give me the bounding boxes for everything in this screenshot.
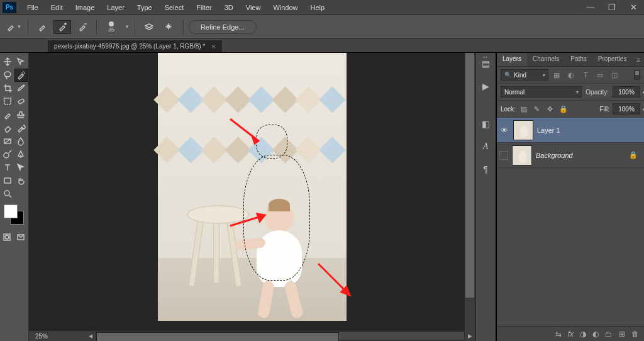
horizontal-scrollbar[interactable]	[96, 332, 465, 340]
tool-preset-picker[interactable]: ▼	[5, 20, 23, 34]
scroll-right-icon[interactable]: ▶	[465, 333, 475, 339]
marquee-tool[interactable]	[1, 95, 14, 108]
menu-select[interactable]: Select	[159, 2, 190, 13]
menu-3d[interactable]: 3D	[219, 2, 239, 13]
quick-mask-toggle[interactable]	[1, 231, 13, 244]
canvas-area[interactable]: 25% Doc: 21.0M/42.1M ▶ ◀ ▶	[29, 53, 475, 341]
paragraph-panel-icon[interactable]: ¶	[478, 162, 493, 176]
eraser-tool[interactable]	[1, 121, 14, 135]
spot-heal-tool[interactable]	[14, 95, 28, 108]
type-tool[interactable]	[1, 161, 14, 174]
document-canvas[interactable]	[158, 53, 347, 321]
layer-name[interactable]: Background	[536, 152, 573, 159]
menu-window[interactable]: Window	[267, 2, 303, 13]
menu-layer[interactable]: Layer	[101, 2, 130, 13]
tab-paths[interactable]: Paths	[565, 53, 592, 66]
close-button[interactable]: ✕	[623, 0, 644, 15]
lock-all-icon[interactable]: 🔒	[558, 104, 569, 114]
layer-row[interactable]: 👁 Layer 1	[497, 118, 644, 143]
new-layer-icon[interactable]: ⊞	[619, 330, 625, 338]
link-layers-icon[interactable]: ⇆	[555, 330, 562, 338]
artboard-tool[interactable]	[14, 55, 28, 69]
tab-properties[interactable]: Properties	[592, 53, 633, 66]
auto-enhance-icon[interactable]	[160, 20, 178, 34]
adjustment-layer-icon[interactable]: ◐	[592, 330, 599, 338]
color-swatches[interactable]	[1, 204, 27, 227]
character-panel-icon[interactable]: A	[478, 140, 493, 154]
lock-pixels-icon[interactable]: ✎	[532, 104, 542, 114]
visibility-toggle[interactable]: 👁	[499, 125, 509, 135]
quick-selection-tool[interactable]	[14, 69, 28, 82]
menu-filter[interactable]: Filter	[191, 2, 217, 13]
filter-type-icon[interactable]: T	[579, 69, 592, 81]
swatches-panel-icon[interactable]: ◧	[478, 117, 493, 131]
delete-layer-icon[interactable]: 🗑	[631, 330, 639, 338]
tab-channels[interactable]: Channels	[527, 53, 565, 66]
new-selection-icon[interactable]	[33, 20, 51, 34]
blend-mode-dropdown[interactable]: Normal	[501, 86, 582, 98]
scrollbar-thumb[interactable]	[465, 53, 474, 298]
zoom-tool[interactable]	[1, 187, 14, 201]
close-icon[interactable]: ×	[211, 43, 215, 50]
arrow-icon	[16, 163, 26, 172]
menu-file[interactable]: File	[21, 2, 44, 13]
gradient-tool[interactable]	[1, 135, 14, 148]
layer-row[interactable]: Background 🔒	[497, 143, 644, 168]
layers-footer: ⇆ fx ◑ ◐ 🗀 ⊞ 🗑	[497, 326, 644, 341]
layer-thumbnail[interactable]	[512, 145, 532, 165]
menu-type[interactable]: Type	[131, 2, 158, 13]
new-group-icon[interactable]: 🗀	[605, 330, 613, 338]
layer-mask-icon[interactable]: ◑	[580, 330, 586, 338]
shape-tool[interactable]	[1, 174, 14, 187]
scrollbar-thumb[interactable]	[96, 332, 339, 341]
svg-rect-2	[4, 98, 11, 104]
lasso-tool[interactable]	[1, 69, 14, 82]
fill-field[interactable]: 100%	[613, 103, 640, 115]
lock-transparency-icon[interactable]: ▨	[519, 104, 529, 114]
opacity-field[interactable]: 100%	[613, 86, 640, 98]
hand-tool[interactable]	[14, 174, 28, 187]
filter-toggle[interactable]	[634, 70, 640, 80]
menu-image[interactable]: Image	[70, 2, 101, 13]
chevron-down-icon[interactable]: ▼	[125, 24, 130, 30]
menu-help[interactable]: Help	[305, 2, 331, 13]
visibility-toggle[interactable]	[499, 151, 508, 160]
pen-tool[interactable]	[14, 148, 28, 161]
dock-handle-icon[interactable]: ••	[483, 54, 488, 60]
layer-name[interactable]: Layer 1	[537, 126, 560, 134]
add-selection-icon[interactable]	[53, 20, 71, 34]
clone-stamp-tool[interactable]	[14, 108, 28, 121]
layer-style-icon[interactable]: fx	[568, 330, 574, 338]
foreground-color[interactable]	[4, 204, 18, 218]
menu-edit[interactable]: Edit	[45, 2, 69, 13]
maximize-button[interactable]: ❐	[601, 0, 623, 15]
filter-shape-icon[interactable]: ▭	[594, 69, 606, 81]
crop-tool[interactable]	[1, 82, 14, 95]
dodge-tool[interactable]	[1, 148, 14, 161]
screen-mode-toggle[interactable]	[16, 231, 28, 244]
filter-pixel-icon[interactable]: ▦	[550, 69, 563, 81]
lock-position-icon[interactable]: ✥	[545, 104, 555, 114]
minimize-button[interactable]: —	[580, 0, 601, 15]
actions-panel-icon[interactable]: ▶	[478, 79, 493, 93]
brush-size-picker[interactable]: 35	[102, 21, 121, 33]
subtract-selection-icon[interactable]	[74, 20, 91, 34]
brush-tool[interactable]	[1, 108, 14, 121]
blur-tool[interactable]	[14, 135, 28, 148]
eyedropper-tool[interactable]	[14, 82, 28, 95]
panel-menu-icon[interactable]: ≡	[633, 53, 644, 66]
vertical-scrollbar[interactable]	[465, 53, 475, 331]
sample-all-layers-icon[interactable]	[140, 20, 158, 34]
tab-layers[interactable]: Layers	[497, 53, 527, 66]
path-select-tool[interactable]	[14, 161, 28, 174]
refine-edge-button[interactable]: Refine Edge...	[189, 20, 257, 34]
menu-view[interactable]: View	[240, 2, 267, 13]
history-brush-tool[interactable]	[14, 121, 28, 135]
move-tool[interactable]	[1, 55, 14, 69]
zoom-level[interactable]: 25%	[29, 333, 86, 340]
filter-kind-dropdown[interactable]: Kind	[501, 69, 548, 81]
layer-thumbnail[interactable]	[513, 120, 533, 140]
filter-adjustment-icon[interactable]: ◐	[565, 69, 577, 81]
filter-smart-icon[interactable]: ◫	[608, 69, 621, 81]
document-tab[interactable]: pexels-pixabay-459976.jpg @ 25% (Layer 1…	[48, 40, 222, 52]
